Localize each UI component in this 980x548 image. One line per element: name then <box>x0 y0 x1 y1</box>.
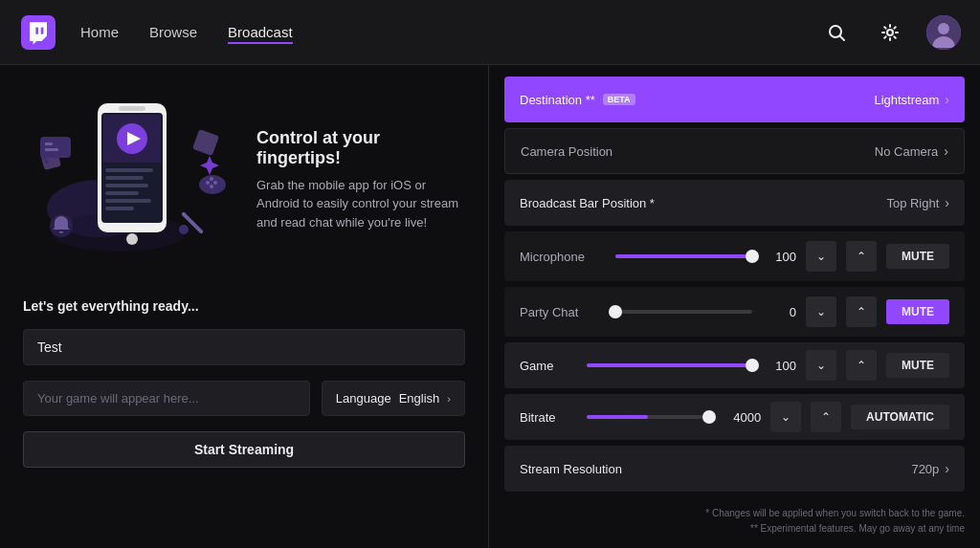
microphone-label: Microphone <box>520 250 606 264</box>
resolution-row[interactable]: Stream Resolution 720p › <box>504 446 965 492</box>
party-chat-up-button[interactable]: ⌃ <box>846 296 877 327</box>
resolution-label: Stream Resolution <box>520 462 625 476</box>
svg-rect-1 <box>35 27 38 33</box>
bitrate-automatic-button[interactable]: AUTOMATIC <box>851 405 949 429</box>
footnotes: * Changes will be applied when you switc… <box>504 500 965 537</box>
language-button[interactable]: Language English › <box>322 381 465 416</box>
hero-title: Control at your fingertips! <box>256 128 465 168</box>
party-chat-value: 0 <box>762 305 796 319</box>
svg-point-4 <box>887 30 893 35</box>
avatar-image <box>926 15 961 50</box>
svg-rect-13 <box>45 148 58 151</box>
svg-point-21 <box>210 185 213 188</box>
resolution-value: 720p › <box>625 461 949 476</box>
microphone-up-button[interactable]: ⌃ <box>846 241 877 272</box>
left-panel: Control at your fingertips! Grab the mob… <box>0 65 488 548</box>
party-chat-mute-button[interactable]: MUTE <box>886 299 949 324</box>
language-value: English <box>399 391 440 406</box>
svg-rect-24 <box>119 106 145 111</box>
svg-rect-10 <box>192 129 219 156</box>
nav-home[interactable]: Home <box>80 20 119 44</box>
game-down-button[interactable]: ⌄ <box>806 350 836 381</box>
bitrate-down-button[interactable]: ⌄ <box>770 402 801 432</box>
svg-point-33 <box>126 233 138 245</box>
bitrate-row: Bitrate 4000 ⌄ ⌃ AUTOMATIC <box>504 394 965 440</box>
chevron-right-icon: › <box>945 195 949 210</box>
stream-title-input[interactable] <box>23 329 465 365</box>
chevron-right-icon: › <box>944 143 948 159</box>
game-thumb <box>746 359 759 372</box>
bitrate-fill <box>587 415 648 419</box>
game-row: Game 100 ⌄ ⌃ MUTE <box>504 342 965 388</box>
broadcast-label: Broadcast Bar Position * <box>520 196 655 210</box>
party-chat-thumb <box>609 305 622 318</box>
language-label: Language <box>336 391 391 406</box>
beta-badge: BETA <box>603 94 635 105</box>
footnote-1: * Changes will be applied when you switc… <box>504 506 965 521</box>
chevron-right-icon: › <box>945 92 949 107</box>
game-mute-button[interactable]: MUTE <box>886 353 949 378</box>
search-icon <box>827 23 846 42</box>
main-content: Control at your fingertips! Grab the mob… <box>0 65 980 548</box>
search-button[interactable] <box>819 15 854 50</box>
svg-rect-30 <box>105 191 139 195</box>
bitrate-up-button[interactable]: ⌃ <box>811 402 841 432</box>
party-chat-down-button[interactable]: ⌄ <box>806 296 836 327</box>
bitrate-value: 4000 <box>719 410 761 425</box>
chevron-right-icon: › <box>945 461 949 476</box>
chevron-right-icon: › <box>447 393 451 405</box>
hero-area: Control at your fingertips! Grab the mob… <box>23 84 465 275</box>
camera-value: No Camera › <box>626 143 948 159</box>
camera-row[interactable]: Camera Position No Camera › <box>504 128 965 174</box>
destination-row[interactable]: Destination ** BETA Lightstream › <box>504 77 965 122</box>
bitrate-thumb <box>702 410 716 424</box>
destination-label: Destination ** BETA <box>520 93 635 107</box>
microphone-row: Microphone 100 ⌄ ⌃ MUTE <box>504 231 965 281</box>
game-label: Game <box>520 359 577 373</box>
nav-broadcast[interactable]: Broadcast <box>228 20 293 44</box>
party-chat-label: Party Chat <box>520 305 606 319</box>
gear-icon <box>880 23 900 42</box>
svg-rect-11 <box>40 137 71 158</box>
svg-point-20 <box>210 177 213 181</box>
svg-point-19 <box>213 181 217 185</box>
destination-value: Lightstream › <box>635 92 949 107</box>
avatar[interactable] <box>926 15 961 50</box>
game-value: 100 <box>762 359 796 373</box>
svg-rect-2 <box>41 27 44 33</box>
hero-text: Control at your fingertips! Grab the mob… <box>256 128 465 232</box>
settings-button[interactable] <box>873 15 907 50</box>
bitrate-slider[interactable] <box>587 415 709 419</box>
hero-description: Grab the mobile app for iOS or Android t… <box>256 176 465 232</box>
svg-point-18 <box>206 181 210 185</box>
svg-rect-29 <box>105 184 148 187</box>
navbar: Home Browse Broadcast <box>0 0 980 65</box>
party-chat-row: Party Chat 0 ⌄ ⌃ MUTE <box>504 287 965 337</box>
game-fill <box>587 363 752 367</box>
game-slider[interactable] <box>587 363 752 367</box>
svg-point-3 <box>830 26 841 37</box>
microphone-thumb <box>746 250 759 263</box>
svg-rect-27 <box>105 168 153 172</box>
start-streaming-button[interactable]: Start Streaming <box>23 431 465 468</box>
microphone-down-button[interactable]: ⌄ <box>806 241 836 272</box>
bottom-controls: Language English › <box>23 381 465 416</box>
microphone-value: 100 <box>762 250 796 264</box>
camera-label: Camera Position <box>521 144 626 159</box>
phone-illustration <box>23 84 234 275</box>
game-up-button[interactable]: ⌃ <box>846 350 877 381</box>
game-input[interactable] <box>23 381 310 416</box>
right-panel: Destination ** BETA Lightstream › Camera… <box>489 65 980 548</box>
microphone-mute-button[interactable]: MUTE <box>886 244 949 269</box>
svg-rect-12 <box>45 142 53 145</box>
logo[interactable] <box>19 13 57 52</box>
nav-browse[interactable]: Browse <box>149 20 197 44</box>
broadcast-value: Top Right › <box>655 195 949 210</box>
bitrate-label: Bitrate <box>520 410 577 425</box>
party-chat-slider[interactable] <box>615 310 752 314</box>
svg-rect-31 <box>105 199 151 203</box>
footnote-2: ** Experimental features. May go away at… <box>504 521 965 537</box>
microphone-fill <box>615 254 752 258</box>
microphone-slider[interactable] <box>615 254 752 258</box>
broadcast-row[interactable]: Broadcast Bar Position * Top Right › <box>504 180 965 226</box>
